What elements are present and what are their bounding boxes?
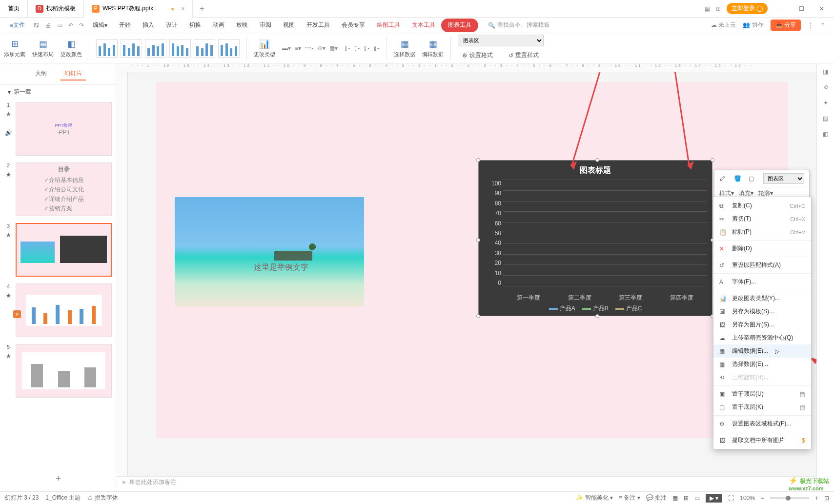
chart-opt2-icon[interactable]: ⫿▾ xyxy=(354,45,360,52)
slide-thumb-5[interactable]: 5★ xyxy=(5,344,112,398)
cm-save-image[interactable]: 🖼另存为图片(S)... xyxy=(713,318,811,331)
share-button[interactable]: 📤 分享 xyxy=(771,20,801,31)
cm-cut[interactable]: ✂剪切(T)Ctrl+X xyxy=(713,212,811,225)
view-sorter-icon[interactable]: ⊞ xyxy=(684,495,689,502)
panel-tab-slides[interactable]: 幻灯片 xyxy=(61,67,86,81)
chart-opt2-icon[interactable]: ⫿▾ xyxy=(374,45,380,52)
resize-handle[interactable] xyxy=(476,238,480,242)
cm-font[interactable]: A字体(F)... xyxy=(713,275,811,288)
status-notes[interactable]: ≡ 备注 ▾ xyxy=(619,494,640,502)
status-smart[interactable]: ✨ 智能美化 ▾ xyxy=(576,494,613,502)
grid-icon[interactable]: ▦ xyxy=(705,5,710,12)
rail-toggle-icon[interactable]: ◨ xyxy=(823,68,828,75)
apps-icon[interactable]: ⊞ xyxy=(716,5,721,12)
pen-icon[interactable]: 🖊 xyxy=(719,175,729,182)
cm-select-data[interactable]: ▦选择数据(E)... xyxy=(713,358,811,371)
close-icon[interactable]: ● xyxy=(171,5,174,12)
tab-close-icon[interactable]: × xyxy=(181,5,184,12)
slide-thumb-3[interactable]: 3★ xyxy=(5,223,112,277)
more-icon[interactable]: ⋮ xyxy=(808,22,814,29)
undo-icon[interactable]: ↶ xyxy=(65,22,76,29)
status-spell[interactable]: ⚠ 拼丢字体 xyxy=(87,494,118,502)
chart-style-5[interactable] xyxy=(194,39,215,58)
chart-style-3[interactable] xyxy=(145,39,166,58)
zoom-slider[interactable] xyxy=(770,497,809,499)
cm-bring-front[interactable]: ▣置于顶层(U)▤ xyxy=(713,387,811,401)
add-slide-button[interactable]: + xyxy=(0,470,117,488)
fit-screen-icon[interactable]: ⊡ xyxy=(824,495,829,502)
minimize-icon[interactable]: ─ xyxy=(773,1,788,16)
collab-button[interactable]: 👥 协作 xyxy=(743,21,763,29)
menu-vip[interactable]: 会员专享 xyxy=(336,19,371,32)
resize-handle[interactable] xyxy=(595,314,599,318)
chart-style-6[interactable] xyxy=(218,39,240,58)
tab-document[interactable]: PWPS PPT教程.pptx●× xyxy=(84,0,193,18)
chart-element-select[interactable]: 图表区 xyxy=(763,173,804,184)
menu-chart-tools[interactable]: 图表工具 xyxy=(441,19,478,32)
print-icon[interactable]: 🖨 xyxy=(42,22,54,29)
redo-icon[interactable]: ↷ xyxy=(76,22,87,29)
resize-handle[interactable] xyxy=(476,158,480,162)
cm-edit-data[interactable]: ▦编辑数据(E)...▷ xyxy=(713,344,811,358)
cm-reset-match[interactable]: ↺重设以匹配样式(A) xyxy=(713,259,811,272)
expand-icon[interactable]: ⌃ xyxy=(820,22,825,29)
ribbon-add-element[interactable]: ⊞添加元素 xyxy=(4,38,25,58)
chart-opt2-icon[interactable]: ⫿▾ xyxy=(364,45,370,52)
cm-delete[interactable]: ✕删除(D) xyxy=(713,242,811,255)
panel-tab-outline[interactable]: 大纲 xyxy=(31,67,51,81)
chart-opt-icon[interactable]: ▬▾ xyxy=(282,45,291,52)
tab-home[interactable]: 首页 xyxy=(0,0,28,18)
cm-format-area[interactable]: ⚙设置图表区域格式(F)... xyxy=(713,417,811,430)
chart-style-gallery[interactable] xyxy=(96,39,240,58)
close-window-icon[interactable]: ✕ xyxy=(814,1,829,16)
rail-settings-icon[interactable]: ⟲ xyxy=(823,84,828,91)
menu-view[interactable]: 视图 xyxy=(277,19,301,32)
chart-opt-icon[interactable]: ⊙▾ xyxy=(318,45,325,52)
command-search[interactable]: 🔍查找命令、搜索模板 xyxy=(488,21,550,29)
save-icon[interactable]: 🖫 xyxy=(31,22,42,29)
menu-animation[interactable]: 动画 xyxy=(207,19,230,32)
zoom-in-icon[interactable]: + xyxy=(815,495,818,502)
rail-text-icon[interactable]: ▤ xyxy=(823,115,828,122)
cm-send-back[interactable]: ▢置于底层(K)▤ xyxy=(713,401,811,414)
rail-shape-icon[interactable]: ◧ xyxy=(823,131,828,138)
resize-handle[interactable] xyxy=(711,158,714,162)
rail-star-icon[interactable]: ✦ xyxy=(823,100,828,106)
menu-text-tools[interactable]: 文本工具 xyxy=(406,19,441,32)
chart-opt-icon[interactable]: ≡▾ xyxy=(295,45,301,52)
ribbon-change-type[interactable]: 📊更改类型 xyxy=(254,38,275,58)
chapter-header[interactable]: ▾ 第一章 xyxy=(0,85,117,99)
ribbon-edit-data[interactable]: ▦编辑数据 xyxy=(422,38,444,58)
chart-style-1[interactable] xyxy=(96,39,118,58)
menu-dev[interactable]: 开发工具 xyxy=(301,19,336,32)
ribbon-set-format[interactable]: ⚙ 设置格式 xyxy=(458,49,497,61)
tab-add-button[interactable]: + xyxy=(193,4,211,13)
menu-review[interactable]: 审阅 xyxy=(254,19,277,32)
menu-design[interactable]: 设计 xyxy=(160,19,183,32)
zoom-level[interactable]: 100% xyxy=(740,495,755,502)
preview-icon[interactable]: ▭ xyxy=(54,22,65,29)
tab-template[interactable]: D找稻壳模板 xyxy=(28,0,84,18)
maximize-icon[interactable]: ☐ xyxy=(794,1,809,16)
ribbon-change-color[interactable]: ◧更改颜色 xyxy=(61,38,82,58)
cm-save-template[interactable]: 🖫另存为模板(S)... xyxy=(713,305,811,318)
menu-start[interactable]: 开始 xyxy=(113,19,137,32)
zoom-out-icon[interactable]: − xyxy=(761,495,764,502)
resize-handle[interactable] xyxy=(476,314,480,318)
ribbon-select-data[interactable]: ▦选择数据 xyxy=(394,38,415,58)
menu-edit[interactable]: 编辑 ▾ xyxy=(87,19,113,32)
slide-thumb-1[interactable]: 1★🔊PPT教程·PPT xyxy=(5,102,112,156)
login-button[interactable]: 立即登录 ◯ xyxy=(727,3,768,14)
ribbon-reset-style[interactable]: ↺ 重置样式 xyxy=(504,49,543,61)
slide-thumb-4[interactable]: 4★P xyxy=(5,283,112,337)
view-normal-icon[interactable]: ▦ xyxy=(672,495,678,502)
status-comments[interactable]: 💬 批注 xyxy=(646,494,667,502)
cm-change-chart-type[interactable]: 📊更改图表类型(Y)... xyxy=(713,292,811,305)
menu-insert[interactable]: 插入 xyxy=(137,19,160,32)
cm-extract-images[interactable]: 🖼提取文档中所有图片$ xyxy=(713,434,811,447)
notes-bar[interactable]: ≡ 单击此处添加备注 xyxy=(117,476,816,488)
menu-slideshow[interactable]: 放映 xyxy=(230,19,254,32)
chart-opt-icon[interactable]: 〰▾ xyxy=(305,45,314,52)
slide-caption[interactable]: 这里是举例文字 xyxy=(254,262,308,273)
cloud-status[interactable]: ☁ 未上云 xyxy=(711,21,736,29)
